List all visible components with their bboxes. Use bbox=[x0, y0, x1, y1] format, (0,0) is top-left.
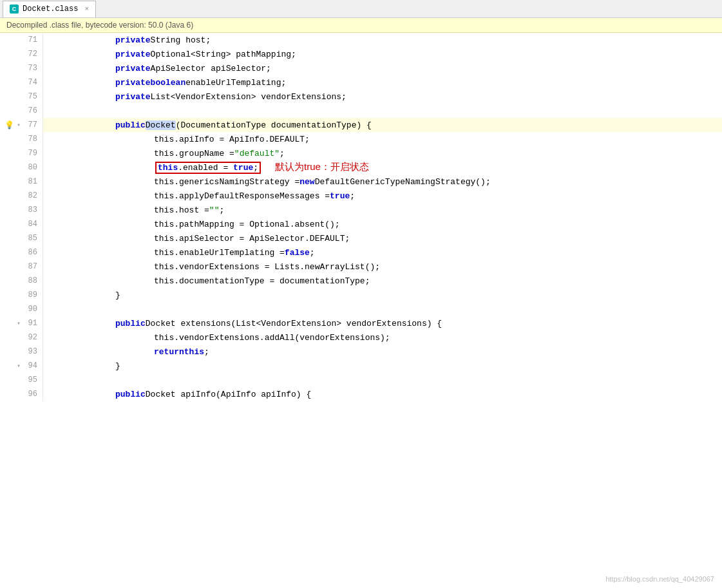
gutter-row: 84 bbox=[0, 217, 43, 231]
code-line: this.genericsNamingStrategy = new Defaul… bbox=[43, 175, 722, 189]
gutter-spacer bbox=[0, 135, 9, 144]
fold-arrow-icon[interactable]: ▾ bbox=[17, 362, 21, 370]
gutter-fold-spacer bbox=[12, 50, 21, 59]
info-bar-text: Decompiled .class file, bytecode version… bbox=[6, 21, 193, 30]
line-number: 94 bbox=[23, 361, 37, 370]
gutter-spacer bbox=[0, 205, 9, 214]
code-line: public Docket(DocumentationType document… bbox=[43, 118, 722, 132]
line-number: 81 bbox=[23, 177, 37, 186]
code-token: ApiSelector apiSelector; bbox=[151, 64, 271, 73]
gutter-row: 82 bbox=[0, 189, 43, 203]
code-line: private ApiSelector apiSelector; bbox=[43, 61, 722, 75]
code-line: } bbox=[43, 359, 722, 373]
code-token: this.vendorExtensions.addAll(vendorExten… bbox=[154, 333, 390, 343]
code-line: this.pathMapping = Optional.absent(); bbox=[43, 217, 722, 231]
line-number: 88 bbox=[23, 276, 37, 285]
line-number: 90 bbox=[23, 305, 37, 314]
gutter-row: ▾91 bbox=[0, 316, 43, 330]
code-token: this.applyDefaultResponseMessages = bbox=[154, 191, 330, 201]
code-token: this.apiSelector = ApiSelector.DEFAULT; bbox=[154, 234, 350, 243]
line-number: 79 bbox=[23, 149, 37, 158]
gutter-spacer bbox=[0, 220, 9, 229]
gutter-spacer bbox=[0, 106, 9, 115]
gutter-spacer bbox=[0, 262, 9, 271]
line-gutter: 71 72 73 74 75 76💡▾77 78 79 80 81 82 83 … bbox=[0, 33, 43, 401]
gutter-spacer bbox=[0, 375, 9, 384]
code-token: "" bbox=[209, 205, 220, 215]
gutter-row: 80 bbox=[0, 160, 43, 175]
fold-arrow-icon[interactable]: ▾ bbox=[17, 319, 21, 327]
gutter-fold-spacer bbox=[12, 305, 21, 314]
code-line: this.enabled = true;默认为true：开启状态 bbox=[43, 160, 722, 175]
gutter-row: 78 bbox=[0, 132, 43, 146]
code-token: Docket extensions(List<VendorExtension> … bbox=[146, 319, 442, 328]
gutter-fold-spacer bbox=[12, 333, 21, 342]
code-line: return this; bbox=[43, 345, 722, 359]
code-line: } bbox=[43, 288, 722, 302]
gutter-fold-spacer bbox=[12, 290, 21, 299]
code-token: this bbox=[184, 347, 204, 357]
gutter-fold-spacer bbox=[12, 163, 21, 172]
bulb-icon[interactable]: 💡 bbox=[5, 120, 14, 129]
code-token: false bbox=[285, 248, 310, 258]
code-token: ; bbox=[350, 191, 355, 201]
gutter-spacer bbox=[0, 35, 9, 44]
tab-bar: C Docket.class × bbox=[0, 0, 722, 18]
gutter-fold-spacer bbox=[12, 64, 21, 73]
gutter-spacer bbox=[0, 177, 9, 186]
gutter-spacer bbox=[5, 361, 14, 370]
code-token: this.pathMapping = Optional.absent(); bbox=[154, 220, 340, 229]
gutter-spacer bbox=[0, 333, 9, 342]
gutter-fold-spacer bbox=[12, 106, 21, 115]
code-token: private bbox=[115, 78, 151, 88]
code-line bbox=[43, 373, 722, 387]
gutter-fold-spacer bbox=[12, 262, 21, 271]
code-token: } bbox=[115, 361, 120, 371]
code-token: } bbox=[115, 290, 120, 300]
gutter-row: 92 bbox=[0, 330, 43, 345]
line-number: 75 bbox=[23, 92, 37, 101]
gutter-spacer bbox=[0, 163, 9, 172]
code-content: private String host;private Optional<Str… bbox=[43, 33, 722, 401]
fold-arrow-icon[interactable]: ▾ bbox=[17, 121, 21, 129]
code-token: public bbox=[115, 120, 146, 130]
code-token: this.enableUrlTemplating = bbox=[154, 248, 285, 258]
gutter-spacer bbox=[0, 347, 9, 356]
code-token: ; bbox=[310, 248, 315, 258]
code-token: Docket bbox=[146, 120, 176, 130]
gutter-fold-spacer bbox=[12, 35, 21, 44]
gutter-spacer bbox=[0, 50, 9, 59]
gutter-fold-spacer bbox=[12, 135, 21, 144]
code-line: this.vendorExtensions = Lists.newArrayLi… bbox=[43, 260, 722, 274]
tab-file-icon: C bbox=[10, 5, 19, 14]
code-line: public Docket apiInfo(ApiInfo apiInfo) { bbox=[43, 387, 722, 401]
line-number: 83 bbox=[23, 205, 37, 214]
gutter-row: 83 bbox=[0, 203, 43, 217]
gutter-fold-spacer bbox=[12, 220, 21, 229]
code-token: String host; bbox=[151, 35, 211, 45]
docket-class-tab[interactable]: C Docket.class × bbox=[3, 1, 96, 17]
close-icon[interactable]: × bbox=[84, 5, 89, 13]
gutter-spacer bbox=[0, 78, 9, 87]
code-token: ; bbox=[280, 149, 285, 158]
code-token: public bbox=[115, 390, 146, 399]
code-line-inner: this.enabled = true;默认为true：开启状态 bbox=[154, 161, 369, 174]
gutter-fold-spacer bbox=[12, 347, 21, 356]
gutter-spacer bbox=[0, 305, 9, 314]
gutter-spacer bbox=[0, 92, 9, 101]
line-number: 73 bbox=[23, 64, 37, 73]
gutter-row: 76 bbox=[0, 104, 43, 118]
code-line: this.vendorExtensions.addAll(vendorExten… bbox=[43, 330, 722, 345]
gutter-fold-spacer bbox=[12, 149, 21, 158]
line-number: 89 bbox=[23, 290, 37, 299]
gutter-spacer bbox=[0, 191, 9, 200]
code-line: this.enableUrlTemplating = false; bbox=[43, 245, 722, 260]
gutter-fold-spacer bbox=[12, 191, 21, 200]
gutter-row: 88 bbox=[0, 274, 43, 288]
line-number: 74 bbox=[23, 78, 37, 87]
gutter-row: 90 bbox=[0, 302, 43, 316]
line-number: 91 bbox=[23, 319, 37, 328]
code-line: private Optional<String> pathMapping; bbox=[43, 47, 722, 61]
gutter-fold-spacer bbox=[12, 390, 21, 399]
gutter-spacer bbox=[0, 390, 9, 399]
